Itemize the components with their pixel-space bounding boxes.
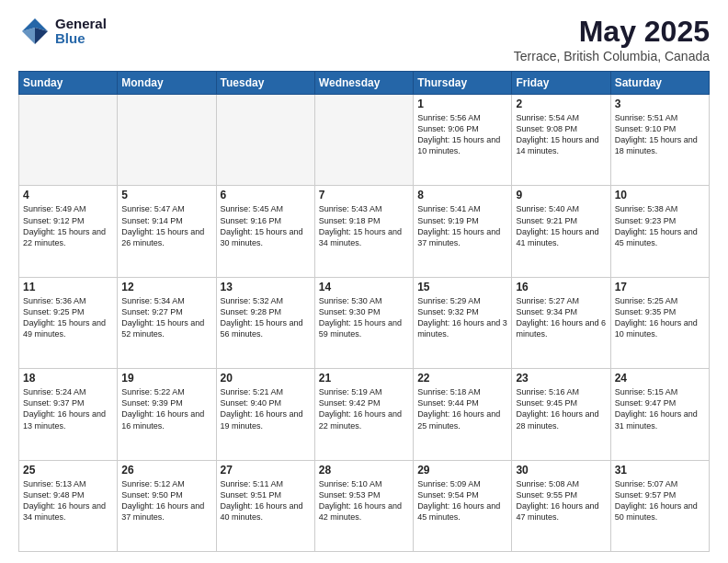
day-number: 15 [417,281,507,293]
header-sunday: Sunday [19,72,118,95]
day-number: 4 [23,189,113,201]
table-row: 10Sunrise: 5:38 AM Sunset: 9:23 PM Dayli… [610,186,709,277]
day-number: 3 [615,98,705,110]
day-number: 17 [615,281,705,293]
day-info: Sunrise: 5:09 AM Sunset: 9:54 PM Dayligh… [417,478,507,523]
table-row: 17Sunrise: 5:25 AM Sunset: 9:35 PM Dayli… [610,277,709,368]
header: General Blue May 2025 Terrace, British C… [18,15,710,63]
day-info: Sunrise: 5:16 AM Sunset: 9:45 PM Dayligh… [516,386,606,431]
table-row: 20Sunrise: 5:21 AM Sunset: 9:40 PM Dayli… [216,369,314,460]
month-year-title: May 2025 [514,15,710,49]
day-info: Sunrise: 5:08 AM Sunset: 9:55 PM Dayligh… [516,478,606,523]
day-number: 8 [417,189,507,201]
day-number: 16 [516,281,606,293]
table-row: 30Sunrise: 5:08 AM Sunset: 9:55 PM Dayli… [512,460,610,551]
day-number: 31 [615,464,705,477]
day-info: Sunrise: 5:27 AM Sunset: 9:34 PM Dayligh… [516,295,606,340]
table-row: 27Sunrise: 5:11 AM Sunset: 9:51 PM Dayli… [216,460,314,551]
day-number: 21 [319,372,409,385]
day-number: 23 [516,372,606,385]
table-row: 29Sunrise: 5:09 AM Sunset: 9:54 PM Dayli… [414,460,512,551]
day-number: 6 [221,189,311,201]
table-row: 1Sunrise: 5:56 AM Sunset: 9:06 PM Daylig… [414,95,512,186]
day-info: Sunrise: 5:56 AM Sunset: 9:06 PM Dayligh… [417,112,507,157]
header-tuesday: Tuesday [216,72,314,95]
day-info: Sunrise: 5:45 AM Sunset: 9:16 PM Dayligh… [221,203,311,248]
calendar-week-row: 11Sunrise: 5:36 AM Sunset: 9:25 PM Dayli… [19,277,710,368]
day-info: Sunrise: 5:38 AM Sunset: 9:23 PM Dayligh… [615,203,705,248]
calendar-week-row: 1Sunrise: 5:56 AM Sunset: 9:06 PM Daylig… [19,95,710,186]
table-row: 25Sunrise: 5:13 AM Sunset: 9:48 PM Dayli… [19,460,118,551]
day-info: Sunrise: 5:25 AM Sunset: 9:35 PM Dayligh… [615,295,705,340]
day-info: Sunrise: 5:32 AM Sunset: 9:28 PM Dayligh… [221,295,311,340]
weekday-header-row: Sunday Monday Tuesday Wednesday Thursday… [19,72,710,95]
day-number: 2 [516,98,606,110]
day-info: Sunrise: 5:18 AM Sunset: 9:44 PM Dayligh… [417,386,507,431]
logo-general: General [55,17,107,32]
table-row: 7Sunrise: 5:43 AM Sunset: 9:18 PM Daylig… [314,186,413,277]
day-number: 1 [417,98,507,110]
table-row: 28Sunrise: 5:10 AM Sunset: 9:53 PM Dayli… [314,460,413,551]
table-row: 15Sunrise: 5:29 AM Sunset: 9:32 PM Dayli… [414,277,512,368]
day-number: 12 [121,281,211,293]
table-row: 3Sunrise: 5:51 AM Sunset: 9:10 PM Daylig… [610,95,709,186]
day-info: Sunrise: 5:47 AM Sunset: 9:14 PM Dayligh… [121,203,211,248]
day-number: 26 [121,464,211,477]
table-row [314,95,413,186]
table-row: 13Sunrise: 5:32 AM Sunset: 9:28 PM Dayli… [216,277,314,368]
table-row: 23Sunrise: 5:16 AM Sunset: 9:45 PM Dayli… [512,369,610,460]
location-subtitle: Terrace, British Columbia, Canada [514,49,710,63]
day-number: 10 [615,189,705,201]
table-row: 9Sunrise: 5:40 AM Sunset: 9:21 PM Daylig… [512,186,610,277]
table-row: 5Sunrise: 5:47 AM Sunset: 9:14 PM Daylig… [118,186,216,277]
day-number: 9 [516,189,606,201]
calendar-week-row: 4Sunrise: 5:49 AM Sunset: 9:12 PM Daylig… [19,186,710,277]
table-row [118,95,216,186]
day-info: Sunrise: 5:22 AM Sunset: 9:39 PM Dayligh… [121,386,211,431]
day-number: 27 [221,464,311,477]
table-row: 22Sunrise: 5:18 AM Sunset: 9:44 PM Dayli… [414,369,512,460]
table-row: 11Sunrise: 5:36 AM Sunset: 9:25 PM Dayli… [19,277,118,368]
day-number: 25 [23,464,113,477]
header-thursday: Thursday [414,72,512,95]
day-number: 22 [417,372,507,385]
day-info: Sunrise: 5:07 AM Sunset: 9:57 PM Dayligh… [615,478,705,523]
day-info: Sunrise: 5:13 AM Sunset: 9:48 PM Dayligh… [23,478,113,523]
table-row: 6Sunrise: 5:45 AM Sunset: 9:16 PM Daylig… [216,186,314,277]
table-row: 26Sunrise: 5:12 AM Sunset: 9:50 PM Dayli… [118,460,216,551]
page: General Blue May 2025 Terrace, British C… [0,0,728,563]
day-info: Sunrise: 5:34 AM Sunset: 9:27 PM Dayligh… [121,295,211,340]
day-info: Sunrise: 5:49 AM Sunset: 9:12 PM Dayligh… [23,203,113,248]
day-info: Sunrise: 5:12 AM Sunset: 9:50 PM Dayligh… [121,478,211,523]
day-info: Sunrise: 5:36 AM Sunset: 9:25 PM Dayligh… [23,295,113,340]
day-number: 5 [121,189,211,201]
day-info: Sunrise: 5:11 AM Sunset: 9:51 PM Dayligh… [221,478,311,523]
day-info: Sunrise: 5:41 AM Sunset: 9:19 PM Dayligh… [417,203,507,248]
day-number: 14 [319,281,409,293]
title-block: May 2025 Terrace, British Columbia, Cana… [514,15,710,63]
day-number: 7 [319,189,409,201]
day-number: 11 [23,281,113,293]
day-info: Sunrise: 5:54 AM Sunset: 9:08 PM Dayligh… [516,112,606,157]
day-info: Sunrise: 5:15 AM Sunset: 9:47 PM Dayligh… [615,386,705,431]
table-row [19,95,118,186]
calendar-week-row: 25Sunrise: 5:13 AM Sunset: 9:48 PM Dayli… [19,460,710,551]
day-number: 18 [23,372,113,385]
day-number: 30 [516,464,606,477]
calendar-table: Sunday Monday Tuesday Wednesday Thursday… [18,71,710,552]
header-wednesday: Wednesday [314,72,413,95]
table-row: 16Sunrise: 5:27 AM Sunset: 9:34 PM Dayli… [512,277,610,368]
day-info: Sunrise: 5:30 AM Sunset: 9:30 PM Dayligh… [319,295,409,340]
day-info: Sunrise: 5:51 AM Sunset: 9:10 PM Dayligh… [615,112,705,157]
table-row: 19Sunrise: 5:22 AM Sunset: 9:39 PM Dayli… [118,369,216,460]
day-info: Sunrise: 5:40 AM Sunset: 9:21 PM Dayligh… [516,203,606,248]
header-monday: Monday [118,72,216,95]
header-friday: Friday [512,72,610,95]
day-number: 24 [615,372,705,385]
logo: General Blue [18,15,107,48]
table-row [216,95,314,186]
calendar-week-row: 18Sunrise: 5:24 AM Sunset: 9:37 PM Dayli… [19,369,710,460]
day-info: Sunrise: 5:19 AM Sunset: 9:42 PM Dayligh… [319,386,409,431]
table-row: 21Sunrise: 5:19 AM Sunset: 9:42 PM Dayli… [314,369,413,460]
day-number: 28 [319,464,409,477]
